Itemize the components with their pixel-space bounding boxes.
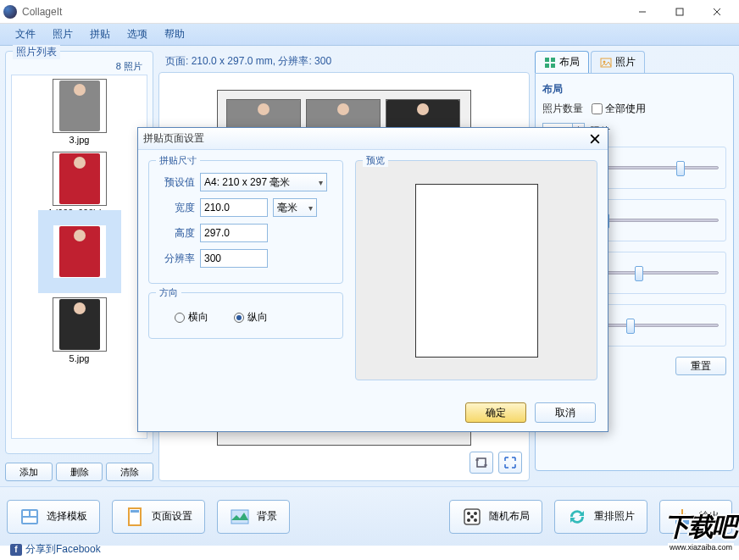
size-group-title: 拼贴尺寸 — [156, 154, 200, 167]
svg-rect-18 — [131, 510, 139, 513]
menu-options[interactable]: 选项 — [119, 24, 156, 45]
delete-button[interactable]: 删除 — [56, 463, 103, 481]
minimize-button[interactable] — [624, 0, 661, 24]
clear-button[interactable]: 清除 — [106, 463, 153, 481]
maximize-button[interactable] — [661, 0, 698, 24]
tab-photo[interactable]: 照片 — [591, 51, 645, 73]
layout-icon — [544, 57, 556, 69]
dpi-input[interactable] — [200, 249, 268, 268]
preview-page — [415, 184, 538, 358]
photo-count-label: 照片数量 — [542, 102, 586, 116]
photo-count: 8 照片 — [11, 58, 147, 75]
template-icon — [19, 507, 40, 527]
svg-point-23 — [467, 518, 470, 522]
page-info-label: 页面: 210.0 x 297.0 mm, 分辨率: 300 — [158, 51, 530, 72]
svg-rect-15 — [31, 511, 36, 516]
svg-rect-14 — [23, 511, 29, 516]
photo-list-scroll[interactable]: 3.jpg 4 (600x600).jpg 4.jpg 5.jpg — [11, 75, 147, 439]
preview-title: 预览 — [363, 154, 388, 167]
landscape-radio[interactable]: 横向 — [175, 310, 208, 324]
height-label: 高度 — [158, 226, 195, 241]
bottom-toolbar: 选择模板 页面设置 背景 随机布局 重排照片 输出 — [0, 486, 739, 546]
width-label: 宽度 — [158, 201, 195, 215]
svg-point-22 — [474, 512, 477, 515]
random-layout-button[interactable]: 随机布局 — [449, 500, 542, 534]
photo-icon — [600, 57, 612, 69]
menu-photo[interactable]: 照片 — [44, 24, 81, 45]
use-all-checkbox[interactable]: 全部使用 — [592, 102, 646, 116]
preview-box: 预览 — [355, 160, 597, 380]
watermark-url: www.xiazaiba.com — [668, 543, 734, 552]
close-button[interactable] — [698, 0, 736, 24]
portrait-radio[interactable]: 纵向 — [234, 310, 268, 324]
watermark-text: 下载吧 — [664, 510, 736, 545]
svg-point-25 — [470, 515, 474, 518]
ok-button[interactable]: 确定 — [465, 402, 526, 423]
list-item[interactable]: 5.jpg — [15, 297, 143, 363]
page-setup-button[interactable]: 页面设置 — [112, 500, 205, 534]
width-input[interactable] — [200, 198, 268, 217]
app-title: CollageIt — [22, 6, 624, 18]
height-input[interactable] — [200, 224, 268, 242]
dialog-close-button[interactable] — [587, 131, 603, 147]
background-button[interactable]: 背景 — [217, 500, 290, 534]
svg-point-12 — [603, 60, 606, 63]
list-item[interactable]: 3.jpg — [15, 79, 143, 145]
fit-icon-button[interactable] — [498, 452, 522, 474]
dpi-label: 分辨率 — [158, 252, 195, 266]
reset-button[interactable]: 重置 — [675, 357, 726, 375]
svg-rect-16 — [23, 518, 36, 523]
photo-list-title: 照片列表 — [13, 45, 60, 59]
add-button[interactable]: 添加 — [5, 463, 53, 481]
preset-combo[interactable]: A4: 210 x 297 毫米 — [200, 173, 327, 191]
svg-rect-1 — [676, 8, 683, 15]
list-item[interactable]: 4 (600x600).jpg — [15, 152, 143, 218]
menu-file[interactable]: 文件 — [7, 24, 44, 45]
facebook-icon: f — [10, 544, 22, 556]
tab-layout[interactable]: 布局 — [535, 51, 589, 73]
svg-rect-7 — [545, 58, 549, 62]
rearrange-button[interactable]: 重排照片 — [554, 500, 647, 534]
page-setup-dialog: 拼贴页面设置 拼贴尺寸 预设值 A4: 210 x 297 毫米 宽度 毫米 高… — [137, 127, 608, 432]
select-template-button[interactable]: 选择模板 — [7, 500, 100, 534]
layout-section-title: 布局 — [542, 82, 726, 97]
menu-help[interactable]: 帮助 — [156, 24, 193, 45]
menu-bar: 文件 照片 拼贴 选项 帮助 — [0, 24, 739, 46]
svg-rect-9 — [545, 64, 549, 68]
app-logo-icon — [3, 5, 17, 19]
unit-combo[interactable]: 毫米 — [273, 198, 317, 217]
orient-group-title: 方向 — [156, 286, 181, 299]
background-icon — [230, 507, 250, 527]
menu-collage[interactable]: 拼贴 — [81, 24, 119, 45]
cancel-button[interactable]: 取消 — [535, 402, 596, 423]
crop-icon-button[interactable] — [470, 452, 493, 474]
svg-point-24 — [474, 518, 477, 522]
share-facebook-link[interactable]: f 分享到Facebook — [10, 542, 101, 557]
svg-rect-8 — [551, 58, 555, 62]
list-item[interactable]: 4.jpg — [15, 225, 143, 291]
refresh-icon — [567, 507, 587, 527]
preset-label: 预设值 — [158, 175, 195, 190]
dialog-title: 拼贴页面设置 — [143, 131, 587, 146]
dice-icon — [462, 507, 482, 527]
page-icon — [125, 507, 145, 527]
svg-rect-10 — [551, 64, 555, 68]
svg-point-21 — [467, 512, 470, 515]
title-bar: CollageIt — [0, 0, 739, 24]
